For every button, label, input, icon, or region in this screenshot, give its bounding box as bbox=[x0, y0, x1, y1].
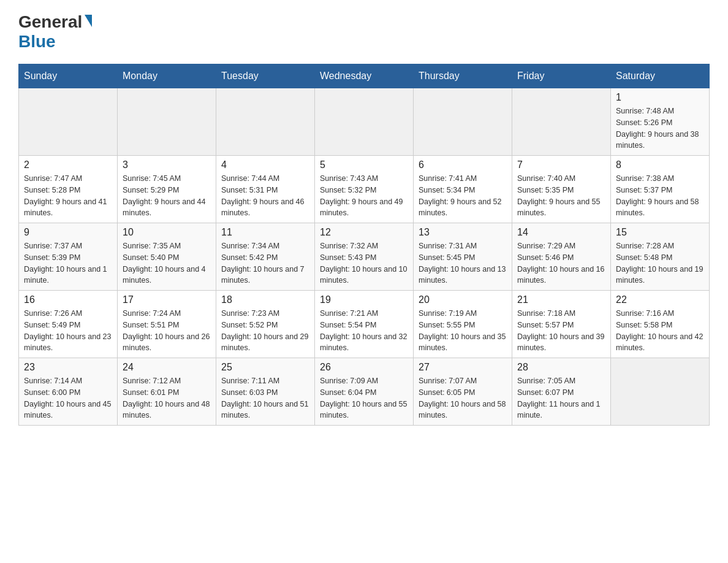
calendar-cell: 8Sunrise: 7:38 AMSunset: 5:37 PMDaylight… bbox=[611, 156, 710, 223]
calendar-cell: 27Sunrise: 7:07 AMSunset: 6:05 PMDayligh… bbox=[414, 358, 512, 426]
day-info: Sunrise: 7:11 AMSunset: 6:03 PMDaylight:… bbox=[221, 375, 309, 421]
calendar-week-row: 23Sunrise: 7:14 AMSunset: 6:00 PMDayligh… bbox=[19, 358, 710, 426]
day-info: Sunrise: 7:21 AMSunset: 5:54 PMDaylight:… bbox=[320, 308, 408, 354]
day-of-week-header: Monday bbox=[118, 64, 216, 88]
day-number: 19 bbox=[320, 294, 408, 305]
day-info: Sunrise: 7:32 AMSunset: 5:43 PMDaylight:… bbox=[320, 240, 408, 286]
logo-triangle-icon bbox=[85, 15, 92, 27]
calendar-cell: 15Sunrise: 7:28 AMSunset: 5:48 PMDayligh… bbox=[611, 223, 710, 291]
day-info: Sunrise: 7:48 AMSunset: 5:26 PMDaylight:… bbox=[616, 105, 704, 151]
calendar-cell: 25Sunrise: 7:11 AMSunset: 6:03 PMDayligh… bbox=[216, 358, 315, 426]
day-number: 2 bbox=[24, 159, 112, 170]
calendar-cell: 23Sunrise: 7:14 AMSunset: 6:00 PMDayligh… bbox=[19, 358, 118, 426]
calendar-cell: 24Sunrise: 7:12 AMSunset: 6:01 PMDayligh… bbox=[118, 358, 216, 426]
day-info: Sunrise: 7:14 AMSunset: 6:00 PMDaylight:… bbox=[24, 375, 112, 421]
day-number: 14 bbox=[517, 227, 605, 238]
day-number: 5 bbox=[320, 159, 408, 170]
day-info: Sunrise: 7:41 AMSunset: 5:34 PMDaylight:… bbox=[419, 173, 507, 219]
calendar-week-row: 1Sunrise: 7:48 AMSunset: 5:26 PMDaylight… bbox=[19, 88, 710, 156]
calendar-cell: 10Sunrise: 7:35 AMSunset: 5:40 PMDayligh… bbox=[118, 223, 216, 291]
day-number: 21 bbox=[517, 294, 605, 305]
calendar-week-row: 16Sunrise: 7:26 AMSunset: 5:49 PMDayligh… bbox=[19, 291, 710, 358]
day-number: 4 bbox=[221, 159, 309, 170]
calendar-cell: 16Sunrise: 7:26 AMSunset: 5:49 PMDayligh… bbox=[19, 291, 118, 358]
calendar-cell: 7Sunrise: 7:40 AMSunset: 5:35 PMDaylight… bbox=[512, 156, 611, 223]
calendar-cell bbox=[216, 88, 315, 156]
calendar-cell bbox=[512, 88, 611, 156]
calendar-cell: 28Sunrise: 7:05 AMSunset: 6:07 PMDayligh… bbox=[512, 358, 611, 426]
day-info: Sunrise: 7:31 AMSunset: 5:45 PMDaylight:… bbox=[419, 240, 507, 286]
day-info: Sunrise: 7:29 AMSunset: 5:46 PMDaylight:… bbox=[517, 240, 605, 286]
day-info: Sunrise: 7:05 AMSunset: 6:07 PMDaylight:… bbox=[517, 375, 605, 421]
logo-blue-text: Blue bbox=[18, 32, 56, 52]
day-of-week-header: Wednesday bbox=[315, 64, 414, 88]
day-info: Sunrise: 7:43 AMSunset: 5:32 PMDaylight:… bbox=[320, 173, 408, 219]
page-header: General Blue bbox=[18, 12, 710, 52]
day-info: Sunrise: 7:38 AMSunset: 5:37 PMDaylight:… bbox=[616, 173, 704, 219]
day-number: 8 bbox=[616, 159, 704, 170]
calendar-cell bbox=[315, 88, 414, 156]
day-info: Sunrise: 7:23 AMSunset: 5:52 PMDaylight:… bbox=[221, 308, 309, 354]
day-number: 24 bbox=[123, 362, 211, 373]
day-info: Sunrise: 7:19 AMSunset: 5:55 PMDaylight:… bbox=[419, 308, 507, 354]
logo: General Blue bbox=[18, 12, 92, 52]
calendar-cell: 13Sunrise: 7:31 AMSunset: 5:45 PMDayligh… bbox=[414, 223, 512, 291]
day-number: 7 bbox=[517, 159, 605, 170]
day-number: 18 bbox=[221, 294, 309, 305]
day-number: 17 bbox=[123, 294, 211, 305]
calendar-cell bbox=[611, 358, 710, 426]
day-info: Sunrise: 7:09 AMSunset: 6:04 PMDaylight:… bbox=[320, 375, 408, 421]
day-number: 26 bbox=[320, 362, 408, 373]
day-number: 13 bbox=[419, 227, 507, 238]
calendar-cell: 3Sunrise: 7:45 AMSunset: 5:29 PMDaylight… bbox=[118, 156, 216, 223]
day-number: 3 bbox=[123, 159, 211, 170]
day-info: Sunrise: 7:12 AMSunset: 6:01 PMDaylight:… bbox=[123, 375, 211, 421]
calendar-cell: 22Sunrise: 7:16 AMSunset: 5:58 PMDayligh… bbox=[611, 291, 710, 358]
day-info: Sunrise: 7:07 AMSunset: 6:05 PMDaylight:… bbox=[419, 375, 507, 421]
day-info: Sunrise: 7:24 AMSunset: 5:51 PMDaylight:… bbox=[123, 308, 211, 354]
calendar-week-row: 9Sunrise: 7:37 AMSunset: 5:39 PMDaylight… bbox=[19, 223, 710, 291]
calendar-cell: 21Sunrise: 7:18 AMSunset: 5:57 PMDayligh… bbox=[512, 291, 611, 358]
calendar-cell: 11Sunrise: 7:34 AMSunset: 5:42 PMDayligh… bbox=[216, 223, 315, 291]
day-of-week-header: Tuesday bbox=[216, 64, 315, 88]
day-number: 9 bbox=[24, 227, 112, 238]
day-info: Sunrise: 7:18 AMSunset: 5:57 PMDaylight:… bbox=[517, 308, 605, 354]
calendar-cell bbox=[118, 88, 216, 156]
day-number: 16 bbox=[24, 294, 112, 305]
calendar-header-row: SundayMondayTuesdayWednesdayThursdayFrid… bbox=[19, 64, 710, 88]
day-of-week-header: Saturday bbox=[611, 64, 710, 88]
day-of-week-header: Sunday bbox=[19, 64, 118, 88]
calendar-cell: 5Sunrise: 7:43 AMSunset: 5:32 PMDaylight… bbox=[315, 156, 414, 223]
day-info: Sunrise: 7:37 AMSunset: 5:39 PMDaylight:… bbox=[24, 240, 112, 286]
day-number: 20 bbox=[419, 294, 507, 305]
logo-general-text: General bbox=[18, 12, 82, 32]
day-of-week-header: Thursday bbox=[414, 64, 512, 88]
day-number: 6 bbox=[419, 159, 507, 170]
day-of-week-header: Friday bbox=[512, 64, 611, 88]
day-info: Sunrise: 7:40 AMSunset: 5:35 PMDaylight:… bbox=[517, 173, 605, 219]
day-info: Sunrise: 7:44 AMSunset: 5:31 PMDaylight:… bbox=[221, 173, 309, 219]
calendar-cell: 17Sunrise: 7:24 AMSunset: 5:51 PMDayligh… bbox=[118, 291, 216, 358]
day-number: 27 bbox=[419, 362, 507, 373]
day-info: Sunrise: 7:35 AMSunset: 5:40 PMDaylight:… bbox=[123, 240, 211, 286]
calendar-table: SundayMondayTuesdayWednesdayThursdayFrid… bbox=[18, 64, 710, 426]
day-number: 23 bbox=[24, 362, 112, 373]
day-number: 25 bbox=[221, 362, 309, 373]
day-info: Sunrise: 7:16 AMSunset: 5:58 PMDaylight:… bbox=[616, 308, 704, 354]
day-info: Sunrise: 7:26 AMSunset: 5:49 PMDaylight:… bbox=[24, 308, 112, 354]
calendar-cell: 4Sunrise: 7:44 AMSunset: 5:31 PMDaylight… bbox=[216, 156, 315, 223]
day-number: 12 bbox=[320, 227, 408, 238]
day-number: 10 bbox=[123, 227, 211, 238]
day-info: Sunrise: 7:45 AMSunset: 5:29 PMDaylight:… bbox=[123, 173, 211, 219]
day-info: Sunrise: 7:28 AMSunset: 5:48 PMDaylight:… bbox=[616, 240, 704, 286]
calendar-cell: 20Sunrise: 7:19 AMSunset: 5:55 PMDayligh… bbox=[414, 291, 512, 358]
day-number: 22 bbox=[616, 294, 704, 305]
calendar-cell: 26Sunrise: 7:09 AMSunset: 6:04 PMDayligh… bbox=[315, 358, 414, 426]
calendar-cell: 18Sunrise: 7:23 AMSunset: 5:52 PMDayligh… bbox=[216, 291, 315, 358]
calendar-cell bbox=[414, 88, 512, 156]
calendar-cell: 6Sunrise: 7:41 AMSunset: 5:34 PMDaylight… bbox=[414, 156, 512, 223]
calendar-cell: 19Sunrise: 7:21 AMSunset: 5:54 PMDayligh… bbox=[315, 291, 414, 358]
calendar-cell: 12Sunrise: 7:32 AMSunset: 5:43 PMDayligh… bbox=[315, 223, 414, 291]
day-number: 1 bbox=[616, 92, 704, 103]
day-info: Sunrise: 7:47 AMSunset: 5:28 PMDaylight:… bbox=[24, 173, 112, 219]
